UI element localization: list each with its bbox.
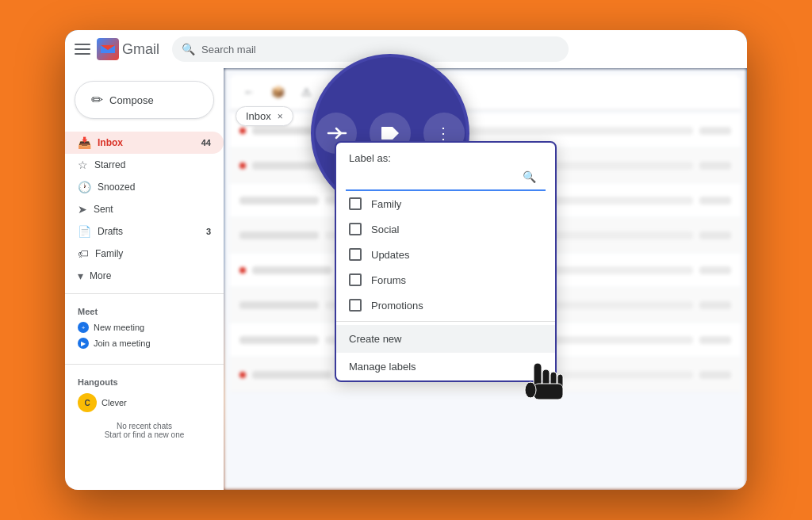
label-dropdown: Label as: 🔍 Family Social Updates Forums	[335, 141, 557, 382]
email-sender	[239, 231, 319, 239]
forums-label-text: Forums	[371, 274, 406, 286]
label-search-icon: 🔍	[523, 170, 536, 183]
meet-join-meeting[interactable]: ▶ Join a meeting	[78, 335, 211, 351]
hangouts-item[interactable]: C Clever	[78, 390, 211, 415]
updates-label-text: Updates	[371, 249, 409, 261]
label-item-social[interactable]: Social	[336, 216, 555, 242]
email-date	[699, 266, 731, 274]
email-sender	[252, 371, 331, 379]
email-sender	[239, 301, 319, 309]
spam-button[interactable]: ⚠	[293, 79, 319, 105]
sidebar-item-sent[interactable]: ➤ Sent	[65, 198, 224, 220]
unread-indicator	[239, 128, 246, 134]
label-search-input[interactable]	[355, 171, 523, 183]
hangouts-title: Hangouts	[78, 377, 211, 387]
search-icon: 🔍	[182, 43, 195, 55]
sidebar-more-label: More	[90, 270, 111, 281]
unread-indicator	[239, 267, 246, 273]
back-button[interactable]: ←	[236, 79, 262, 105]
no-chats-text: No recent chatsStart or find a new one	[78, 415, 211, 445]
drafts-badge: 3	[206, 227, 211, 236]
meet-title: Meet	[78, 307, 211, 316]
label-icon	[379, 124, 401, 142]
inbox-chip-close-icon[interactable]: ×	[278, 111, 283, 122]
gmail-sidebar: ✏ Compose 📥 Inbox 44 ☆ Starred 🕐 Snoozed…	[65, 68, 224, 490]
action-toolbar: ← 📦 ⚠ 🗑 ⋮	[230, 75, 741, 110]
compose-button[interactable]: ✏ Compose	[75, 81, 214, 119]
sidebar-item-inbox[interactable]: 📥 Inbox 44	[65, 132, 224, 154]
starred-icon: ☆	[78, 159, 88, 171]
family-checkbox[interactable]	[349, 197, 362, 210]
label-item-forums[interactable]: Forums	[336, 267, 555, 292]
sent-icon: ➤	[78, 203, 87, 216]
updates-checkbox[interactable]	[349, 248, 362, 261]
email-sender	[239, 197, 319, 205]
sidebar-divider-2	[65, 364, 224, 365]
search-placeholder-text: Search mail	[201, 44, 256, 55]
manage-labels-text: Manage labels	[349, 361, 416, 373]
promotions-checkbox[interactable]	[349, 299, 362, 312]
sidebar-more-button[interactable]: ▾ More	[65, 265, 224, 287]
sidebar-divider-1	[65, 293, 224, 294]
inbox-icon: 📥	[78, 136, 91, 149]
email-date	[699, 301, 731, 309]
family-label-text: Family	[371, 198, 401, 210]
label-search-row: 🔍	[346, 167, 546, 191]
unread-indicator	[239, 372, 246, 378]
inbox-badge: 44	[201, 138, 211, 147]
archive-button[interactable]: 📦	[265, 79, 290, 105]
create-new-label-text: Create new	[349, 333, 401, 345]
snoozed-icon: 🕐	[78, 181, 91, 193]
email-date	[699, 197, 731, 205]
inbox-chip[interactable]: Inbox ×	[236, 106, 293, 126]
drafts-icon: 📄	[78, 225, 91, 238]
sidebar-item-starred[interactable]: ☆ Starred	[65, 154, 224, 176]
email-date	[699, 336, 731, 344]
label-item-promotions[interactable]: Promotions	[336, 292, 555, 318]
label-dropdown-header: Label as:	[336, 143, 555, 167]
email-sender	[252, 266, 331, 274]
email-date	[699, 127, 731, 135]
email-date	[699, 162, 731, 170]
meet-new-meeting[interactable]: + New meeting	[78, 319, 211, 335]
create-new-label-button[interactable]: Create new	[336, 325, 555, 353]
sidebar-item-snoozed[interactable]: 🕐 Snoozed	[65, 176, 224, 198]
hangouts-avatar: C	[78, 393, 97, 412]
meet-section: Meet + New meeting ▶ Join a meeting	[65, 300, 224, 358]
meet-join-label: Join a meeting	[94, 338, 151, 348]
inbox-chip-label: Inbox	[246, 110, 271, 122]
sidebar-drafts-label: Drafts	[98, 226, 123, 237]
laptop-screen: Gmail 🔍 Search mail ✏ Compose 📥 Inbox 44…	[65, 30, 747, 490]
email-sender	[239, 336, 319, 344]
social-label-text: Social	[371, 224, 399, 235]
label-item-updates[interactable]: Updates	[336, 242, 555, 267]
label-dropdown-divider	[336, 321, 555, 322]
hangouts-section: Hangouts C Clever No recent chatsStart o…	[65, 371, 224, 452]
email-date	[699, 231, 731, 239]
gmail-wordmark: Gmail	[122, 41, 159, 58]
compose-label: Compose	[109, 94, 154, 106]
manage-labels-button[interactable]: Manage labels	[336, 353, 555, 380]
gmail-logo: Gmail	[97, 38, 159, 60]
hamburger-menu-icon[interactable]	[75, 44, 90, 55]
gmail-logo-mark	[97, 38, 119, 60]
sidebar-item-drafts[interactable]: 📄 Drafts 3	[65, 220, 224, 243]
sidebar-item-family[interactable]: 🏷 Family	[65, 243, 224, 265]
laptop-wrapper: Gmail 🔍 Search mail ✏ Compose 📥 Inbox 44…	[65, 30, 747, 490]
forward-icon	[325, 124, 347, 142]
sidebar-family-label: Family	[95, 248, 123, 259]
sidebar-inbox-label: Inbox	[98, 137, 123, 148]
sidebar-starred-label: Starred	[94, 159, 125, 170]
hangouts-contact-label: Clever	[102, 398, 127, 407]
more-icon: ▾	[78, 270, 83, 282]
email-date	[699, 371, 731, 379]
unread-indicator	[239, 162, 246, 169]
label-item-family[interactable]: Family	[336, 191, 555, 216]
social-checkbox[interactable]	[349, 223, 362, 235]
sidebar-sent-label: Sent	[94, 204, 113, 215]
promotions-label-text: Promotions	[371, 300, 423, 312]
compose-plus-icon: ✏	[91, 91, 103, 109]
meet-new-icon: +	[78, 322, 89, 333]
three-dots-icon: ⋮	[435, 124, 454, 143]
forums-checkbox[interactable]	[349, 273, 362, 286]
